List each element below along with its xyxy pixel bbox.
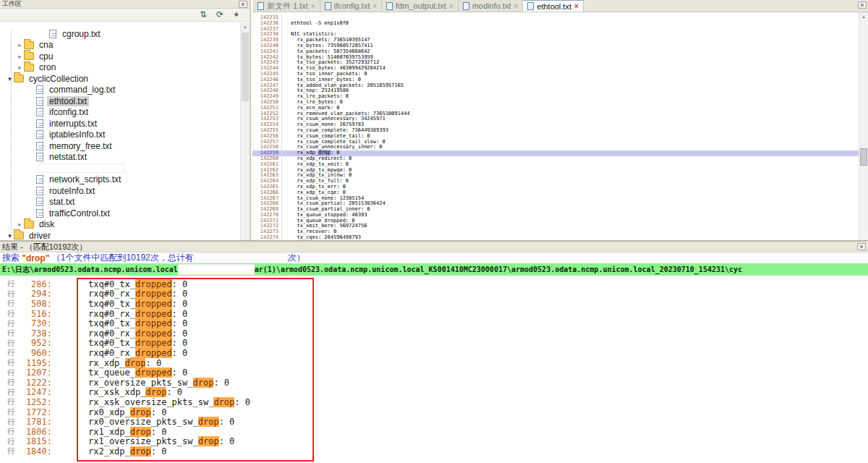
row-line-number: 508:: [19, 299, 52, 309]
tree-item-command-log-txt[interactable]: command_log.txt: [0, 85, 240, 96]
file-icon: [36, 130, 43, 139]
tree-item-redacted[interactable]: [0, 163, 240, 174]
refresh-icon[interactable]: ⟳: [214, 9, 226, 20]
tab-close-icon[interactable]: ×: [311, 2, 315, 10]
tree-item-trafficcontrol-txt[interactable]: trafficControl.txt: [0, 208, 240, 219]
editor-tab-fdm-output-txt[interactable]: fdm_output.txt×: [382, 0, 459, 12]
result-row[interactable]: 行1806:rx1_xdp_drop: 0: [0, 427, 868, 437]
tab-label: ifconfig.txt: [334, 1, 370, 10]
tree-item-ethtool-txt[interactable]: ethtool.txt: [0, 95, 240, 107]
collapse-arrow-icon[interactable]: ▾: [6, 232, 14, 239]
workspace-close-button[interactable]: ×: [239, 1, 247, 8]
tab-close-icon[interactable]: ×: [449, 2, 454, 10]
result-row[interactable]: 行738:rxq#0_rx_dropped: 0: [0, 328, 868, 339]
tree-item-netstat-txt[interactable]: netstat.txt: [0, 152, 240, 163]
result-row[interactable]: 行1772:rx0_xdp_drop: 0: [0, 407, 868, 417]
result-row[interactable]: 行508:txq#0_tx_dropped: 0: [0, 299, 868, 309]
editor-line[interactable]: 142258 rx_csum_unnecessary_inner: 0: [252, 145, 859, 150]
match-highlight: drop: [193, 378, 214, 388]
result-row[interactable]: 行1781:rx0_oversize_pkts_sw_drop: 0: [0, 417, 868, 427]
editor-text-area[interactable]: 142235142236ethtool -S enp1s0f0142237142…: [252, 12, 859, 240]
workspace-scrollbar[interactable]: ▴: [240, 22, 250, 240]
line-text: [281, 15, 859, 21]
editor-tab-ethtool-txt[interactable]: ethtool.txt×: [523, 0, 584, 12]
scroll-up-icon[interactable]: ▴: [241, 22, 250, 31]
tree-item-cgroup-txt[interactable]: cgroup.txt: [0, 28, 240, 40]
tree-item-cycliccollection[interactable]: ▾cyclicCollection: [0, 73, 240, 85]
editor-scrollbar[interactable]: ▴: [859, 12, 868, 240]
result-row[interactable]: 行1222:rx_oversize_pkts_sw_drop: 0: [0, 378, 868, 388]
editor-tab-ifconfig-txt[interactable]: ifconfig.txt×: [320, 0, 382, 12]
tree-item-label: driver: [27, 231, 53, 240]
redaction-patch: [194, 253, 288, 263]
result-row[interactable]: 行516:rxq#0_rx_dropped: 0: [0, 309, 868, 319]
match-highlight: dropped: [135, 279, 172, 289]
expand-arrow-icon[interactable]: ▸: [16, 64, 24, 71]
expand-arrow-icon[interactable]: ▸: [16, 41, 24, 48]
editor-line[interactable]: 142250 rx_lro_bytes: 0: [252, 100, 859, 106]
result-row[interactable]: 行1840:rx2_xdp_drop: 0: [0, 446, 868, 456]
tree-item-cna[interactable]: ▸cna: [0, 40, 240, 51]
tree-item-driver[interactable]: ▾driver: [0, 230, 240, 240]
tree-item-label: cpu: [37, 51, 55, 61]
summary-middle: （1个文件中匹配到10192次，总计有: [49, 252, 193, 264]
editor-tab-modinfo-txt[interactable]: modinfo.txt×: [459, 0, 524, 12]
result-row[interactable]: 行1247:rx_xsk_xdp_drop: 0: [0, 388, 868, 398]
result-row[interactable]: 行730:txq#0_tx_dropped: 0: [0, 318, 868, 328]
editor-line[interactable]: 142272 tx_xmit_more: 569724756: [252, 224, 859, 229]
row-line-number: 738:: [19, 328, 52, 339]
match-highlight: dropped: [135, 299, 172, 309]
result-row[interactable]: 行1207:tx_queue_dropped: 0: [0, 368, 868, 378]
editor-line[interactable]: 142274 tx_cqes: 204596498793: [252, 235, 859, 240]
result-row[interactable]: 行294:rxq#0_rx_dropped: 0: [0, 289, 868, 300]
tree-item-iptablesinfo-txt[interactable]: iptablesInfo.txt: [0, 129, 240, 141]
locate-file-icon[interactable]: ⌖: [231, 9, 242, 20]
match-highlight: drop: [130, 446, 151, 456]
result-row[interactable]: 行952:txq#0_tx_dropped: 0: [0, 339, 868, 349]
row-line-number: 1247:: [19, 387, 52, 397]
tab-close-icon[interactable]: ×: [373, 2, 377, 10]
search-summary: 搜索 "drop" （1个文件中匹配到10192次，总计有次）: [0, 252, 868, 263]
results-close-button[interactable]: ×: [857, 243, 866, 250]
tree-item-disk[interactable]: ▸disk: [0, 219, 240, 231]
tree-item-cron[interactable]: ▸cron: [0, 62, 240, 74]
match-highlight: dropped: [135, 368, 172, 378]
editor-line[interactable]: 142236ethtool -S enp1s0f0: [252, 21, 859, 27]
result-row[interactable]: 行286:txq#0_tx_dropped: 0: [0, 279, 868, 289]
editor-line[interactable]: 142249 rx_lro_packets: 0: [252, 94, 859, 100]
scrollbar-thumb[interactable]: [860, 148, 867, 166]
result-row[interactable]: 行1195:rx_xdp_drop: 0: [0, 358, 868, 368]
expand-arrow-icon[interactable]: ▸: [16, 221, 24, 228]
tabbar-close-button[interactable]: ×: [858, 1, 867, 9]
tree-item-network-scripts-txt[interactable]: network_scripts.txt: [0, 174, 240, 186]
tab-close-icon[interactable]: ×: [514, 2, 518, 10]
match-highlight: dropped: [135, 328, 172, 339]
row-line-number: 1806:: [19, 427, 52, 437]
tree-item-stat-txt[interactable]: stat.txt: [0, 197, 240, 208]
tree-item-cpu[interactable]: ▸cpu: [0, 51, 240, 62]
tree-item-ifconfig-txt[interactable]: ifconfig.txt: [0, 107, 240, 119]
sync-folder-icon[interactable]: ⇅: [197, 9, 209, 20]
tree-item-routeinfo-txt[interactable]: routeInfo.txt: [0, 185, 240, 197]
row-content: rx_xdp_drop: 0: [88, 358, 161, 368]
result-file-path[interactable]: E:\日志\armod0523.odata.ncmp.unicom.locala…: [0, 263, 868, 276]
result-row[interactable]: 行960:rxq#0_rx_dropped: 0: [0, 348, 868, 358]
expand-arrow-icon[interactable]: ▸: [16, 53, 24, 60]
result-row[interactable]: 行1815:rx1_oversize_pkts_sw_drop: 0: [0, 437, 868, 447]
editor-tab-1-txt[interactable]: 新文件 1.txt×: [253, 0, 320, 12]
collapse-arrow-icon[interactable]: ▾: [6, 75, 14, 82]
tab-close-icon[interactable]: ×: [574, 2, 579, 10]
scrollbar-thumb[interactable]: [242, 33, 249, 101]
row-line-number: 1207:: [19, 368, 52, 378]
scroll-up-icon[interactable]: ▴: [859, 12, 868, 21]
tree-item-interrupts-txt[interactable]: interrupts.txt: [0, 118, 240, 129]
row-line-number: 1772:: [19, 407, 52, 417]
tree-item-memory-free-txt[interactable]: memory_free.txt: [0, 140, 240, 152]
file-icon: [36, 175, 43, 184]
editor-line[interactable]: 142237: [252, 27, 859, 33]
line-text: ethtool -S enp1s0f0: [281, 21, 859, 27]
search-term: "drop": [22, 253, 49, 263]
line-number: 142274: [252, 235, 281, 240]
result-row[interactable]: 行1252:rx_xsk_oversize_pkts_sw_drop: 0: [0, 397, 868, 407]
row-content: rxq#0_rx_dropped: 0: [88, 289, 187, 299]
